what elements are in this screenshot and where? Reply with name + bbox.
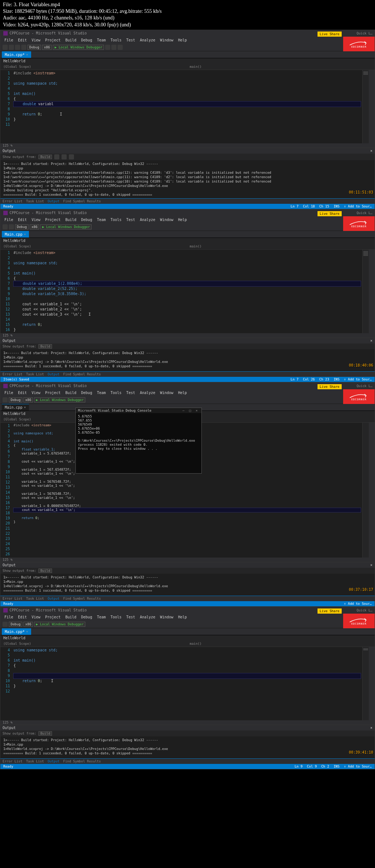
menu-file[interactable]: File <box>3 614 15 620</box>
tab-tasklist[interactable]: Task List <box>26 760 44 763</box>
save-icon[interactable] <box>15 45 20 50</box>
scope-global[interactable]: (Global Scope) <box>1 641 188 646</box>
scope-global[interactable]: (Global Scope) <box>1 65 188 69</box>
menu-analyze[interactable]: Analyze <box>138 217 157 222</box>
output-source-dropdown[interactable]: Build <box>38 569 52 573</box>
workspace-tab[interactable]: HelloWorld <box>0 58 375 64</box>
tab-findsymbol[interactable]: Find Symbol Results <box>63 760 101 763</box>
menu-window[interactable]: Window <box>158 614 175 620</box>
menu-edit[interactable]: Edit <box>16 37 29 43</box>
menu-project[interactable]: Project <box>43 390 62 396</box>
tab-output[interactable]: Output <box>48 372 60 376</box>
output-text[interactable]: 1>------ Build started: Project: HelloWo… <box>0 736 375 758</box>
menu-file[interactable]: File <box>3 217 15 222</box>
minimap[interactable] <box>362 423 369 558</box>
menu-analyze[interactable]: Analyze <box>138 390 157 396</box>
menu-analyze[interactable]: Analyze <box>138 37 157 43</box>
menu-test[interactable]: Test <box>125 217 137 222</box>
menu-build[interactable]: Build <box>63 217 78 222</box>
start-debug-button[interactable]: ▶ Local Windows Debugger <box>34 397 85 402</box>
code-editor[interactable]: 456789101112 using namespace std; int ma… <box>0 647 375 720</box>
menu-view[interactable]: View <box>30 614 42 620</box>
live-share-button[interactable]: Live Share <box>318 384 342 389</box>
menu-view[interactable]: View <box>30 390 42 396</box>
quick-launch[interactable]: Quick L… <box>357 608 372 612</box>
code-area[interactable]: #include <iostream> using namespace std;… <box>12 250 362 333</box>
tab-errorlist[interactable]: Error List <box>3 372 22 376</box>
menu-team[interactable]: Team <box>95 217 108 222</box>
menu-tools[interactable]: Tools <box>109 217 123 222</box>
config-dropdown[interactable]: Debug <box>27 45 41 50</box>
menu-project[interactable]: Project <box>43 37 62 43</box>
menu-build[interactable]: Build <box>63 390 78 396</box>
menu-tools[interactable]: Tools <box>109 614 123 620</box>
quick-launch[interactable]: Quick L… <box>357 32 372 35</box>
status-add[interactable]: ↑ Add to Sour… <box>344 602 372 606</box>
output-text[interactable]: 1>------ Build started: Project: HelloWo… <box>0 574 375 596</box>
close-icon[interactable]: × <box>370 726 372 730</box>
menu-help[interactable]: Help <box>176 37 189 43</box>
menu-help[interactable]: Help <box>176 614 189 620</box>
output-text[interactable]: 1>------ Build started: Project: HelloWo… <box>0 349 375 371</box>
menu-debug[interactable]: Debug <box>79 614 94 620</box>
menu-window[interactable]: Window <box>158 217 175 222</box>
start-debug-button[interactable]: ▶ Local Windows Debugger <box>53 45 104 50</box>
menu-team[interactable]: Team <box>95 390 108 396</box>
tab-output[interactable]: Output <box>48 597 60 600</box>
minimap[interactable] <box>362 70 369 143</box>
menu-build[interactable]: Build <box>63 37 78 43</box>
tool-icon[interactable] <box>105 45 110 50</box>
save-icon[interactable] <box>3 397 8 402</box>
save-all-icon[interactable] <box>21 45 26 50</box>
close-icon[interactable]: × <box>370 149 372 153</box>
config-dropdown[interactable]: Debug <box>15 224 29 229</box>
tool-icon[interactable] <box>54 154 59 159</box>
config-dropdown[interactable]: Debug <box>9 622 22 627</box>
output-text[interactable]: 1>------ Build started: Project: HelloWo… <box>0 160 375 198</box>
menu-build[interactable]: Build <box>63 614 78 620</box>
menu-test[interactable]: Test <box>125 390 137 396</box>
close-icon[interactable]: × <box>26 630 28 633</box>
close-icon[interactable]: × <box>370 563 372 567</box>
file-tab-main[interactable]: Main.cpp* × <box>2 51 31 58</box>
menu-team[interactable]: Team <box>95 614 108 620</box>
start-debug-button[interactable]: ▶ Local Windows Debugger <box>34 622 85 627</box>
tab-output[interactable]: Output <box>48 760 60 763</box>
tool-icon[interactable] <box>62 154 67 159</box>
menu-help[interactable]: Help <box>176 390 189 396</box>
menu-file[interactable]: File <box>3 37 15 43</box>
code-area[interactable]: using namespace std; int main() { return… <box>12 647 362 720</box>
menu-test[interactable]: Test <box>125 37 137 43</box>
tab-tasklist[interactable]: Task List <box>26 597 44 600</box>
menu-view[interactable]: View <box>30 37 42 43</box>
menu-test[interactable]: Test <box>125 614 137 620</box>
side-tabs[interactable] <box>369 70 375 143</box>
close-icon[interactable]: × <box>194 409 199 412</box>
save-icon[interactable] <box>3 224 8 229</box>
menu-edit[interactable]: Edit <box>16 614 29 620</box>
menu-debug[interactable]: Debug <box>79 217 94 222</box>
menu-edit[interactable]: Edit <box>16 217 29 222</box>
menu-debug[interactable]: Debug <box>79 37 94 43</box>
tab-output[interactable]: Output <box>48 199 60 203</box>
platform-dropdown[interactable]: x86 <box>23 622 33 627</box>
menu-tools[interactable]: Tools <box>109 390 123 396</box>
menu-edit[interactable]: Edit <box>16 390 29 396</box>
close-icon[interactable]: × <box>26 53 28 56</box>
tab-errorlist[interactable]: Error List <box>3 597 22 600</box>
tab-findsymbol[interactable]: Find Symbol Results <box>63 372 101 376</box>
code-area[interactable]: #include <iostream> using namespace std;… <box>12 70 362 143</box>
tool-icon[interactable] <box>69 154 74 159</box>
live-share-button[interactable]: Live Share <box>318 608 342 614</box>
tool-icon[interactable] <box>118 45 123 50</box>
status-add[interactable]: ↑ Add to Sour… <box>344 765 372 768</box>
config-dropdown[interactable]: Debug <box>9 397 22 402</box>
minimap[interactable] <box>362 250 369 333</box>
scope-main[interactable]: main() <box>188 417 374 422</box>
maximize-icon[interactable]: □ <box>188 409 193 412</box>
side-tabs[interactable] <box>369 423 375 558</box>
start-debug-button[interactable]: ▶ Local Windows Debugger <box>40 224 92 229</box>
status-add[interactable]: ↑ Add to Sour… <box>344 378 372 381</box>
menu-help[interactable]: Help <box>176 217 189 222</box>
menu-debug[interactable]: Debug <box>79 390 94 396</box>
